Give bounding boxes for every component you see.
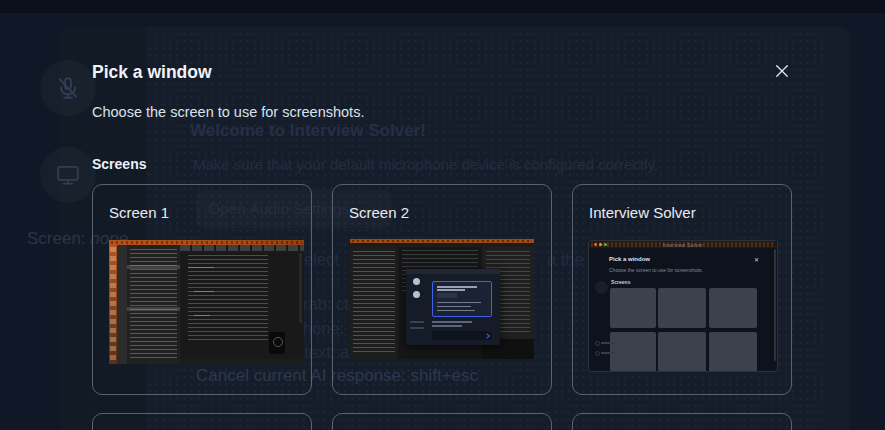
thumb-file-tree (350, 247, 398, 359)
window-card-row2-2[interactable] (332, 413, 552, 430)
thumb-scrollbar (774, 249, 776, 361)
thumb-activity-bar (117, 245, 127, 364)
dialog-title: Pick a window (92, 62, 212, 83)
thumb-editor-tabs (180, 245, 304, 251)
thumb-file-tree (127, 245, 180, 364)
interview-solver-thumbnail: Interview Solver Pick a window ✕ Choose … (588, 240, 778, 372)
close-button[interactable] (768, 57, 796, 85)
thumb-screen-tile (610, 288, 656, 328)
traffic-light-icon (599, 243, 602, 246)
screen-2-card[interactable]: Screen 2 (332, 184, 552, 395)
traffic-light-icon (604, 243, 607, 246)
thumb-screen-tile (709, 332, 757, 372)
thumb-input-bar (432, 331, 492, 340)
thumb-screen-tile (658, 332, 706, 372)
thumb-minimap (299, 253, 302, 323)
thumb-status-bar (180, 359, 304, 364)
window-card-row2-3[interactable] (572, 413, 792, 430)
interview-solver-label: Interview Solver (589, 204, 696, 221)
thumb-app-titlebar (406, 269, 500, 274)
thumb-menu-row (595, 351, 615, 354)
thumb-screen-tile (709, 288, 757, 328)
thumb-window-titlebar: Interview Solver (589, 241, 777, 248)
screens-section-label: Screens (92, 156, 146, 172)
screen-1-thumbnail (109, 240, 304, 364)
thumb-dock (109, 245, 117, 364)
window-card-row2-1[interactable] (92, 413, 312, 430)
thumb-tree-selection (127, 307, 180, 311)
interview-solver-card[interactable]: Interview Solver Interview Solver Pick a… (572, 184, 792, 395)
screen-1-card[interactable]: Screen 1 (92, 184, 312, 395)
thumb-screens-label: Screens (611, 279, 630, 285)
thumb-avatar-circle (595, 281, 608, 294)
thumb-focused-box (432, 281, 492, 317)
screen-2-thumbnail (350, 239, 534, 359)
thumb-close-icon: ✕ (754, 256, 759, 263)
pick-window-dialog: Pick a window Choose the screen to use f… (0, 0, 885, 430)
traffic-light-icon (594, 243, 597, 246)
close-icon (773, 62, 791, 80)
thumb-app-window (406, 269, 500, 345)
thumb-window-title: Interview Solver (589, 242, 777, 248)
thumb-screen-tile (658, 288, 706, 328)
thumb-screen-tile (610, 332, 656, 372)
thumb-notification (269, 332, 285, 354)
thumb-menu-row (595, 341, 615, 344)
thumb-dialog-description: Choose the screen to use for screenshots… (609, 267, 703, 273)
dialog-description: Choose the screen to use for screenshots… (92, 104, 364, 120)
screen-2-label: Screen 2 (349, 204, 409, 221)
thumb-code-editor (180, 245, 304, 364)
thumb-tree-selection (127, 265, 180, 269)
thumb-dialog-title: Pick a window (609, 256, 650, 262)
screen-1-label: Screen 1 (109, 204, 169, 221)
